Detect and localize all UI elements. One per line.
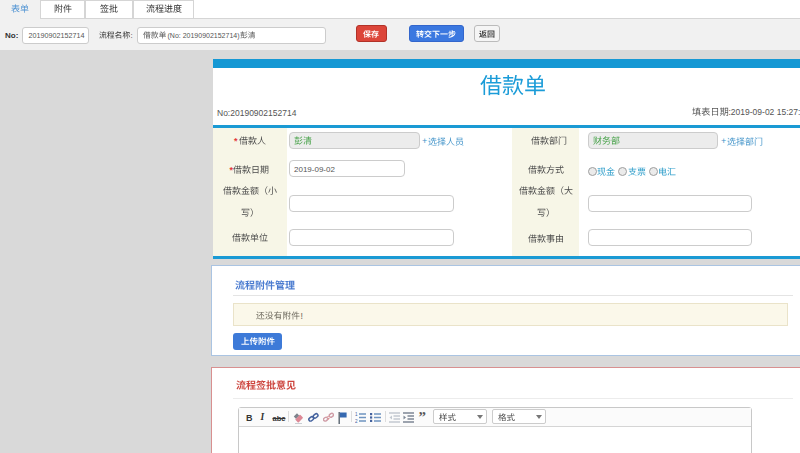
svg-text:1: 1 xyxy=(355,412,358,417)
svg-text:2: 2 xyxy=(355,419,358,424)
